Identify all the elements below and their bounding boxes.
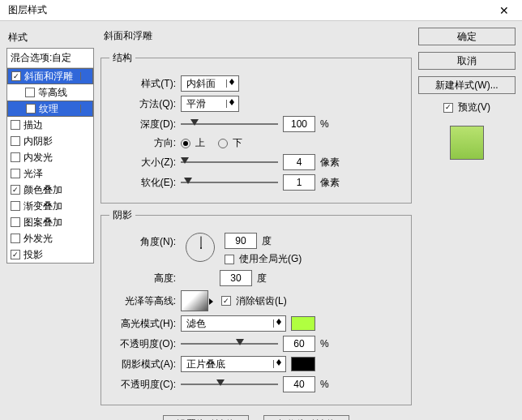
altitude-input[interactable]: 30: [220, 270, 252, 286]
highlight-mode-label: 高光模式(H):: [109, 317, 176, 331]
checkbox-icon[interactable]: [11, 234, 20, 243]
shadow-opacity-input[interactable]: 40: [283, 376, 315, 392]
style-item-stroke[interactable]: 描边: [7, 117, 93, 133]
checkbox-icon[interactable]: [11, 201, 20, 211]
checkbox-icon[interactable]: [11, 120, 20, 130]
style-item-contour[interactable]: 等高线: [7, 84, 93, 101]
size-label: 大小(Z):: [109, 156, 176, 169]
cancel-button[interactable]: 取消: [418, 52, 516, 70]
checkbox-icon[interactable]: [11, 71, 21, 81]
angle-input[interactable]: 90: [225, 233, 257, 249]
titlebar: 图层样式 ✕: [0, 0, 522, 21]
preview-label: 预览(V): [458, 101, 490, 114]
depth-slider[interactable]: [181, 118, 278, 131]
size-unit: 像素: [320, 156, 340, 169]
close-icon[interactable]: ✕: [486, 0, 522, 21]
gloss-contour-picker[interactable]: [181, 290, 208, 311]
styles-list: 混合选项:自定 斜面和浮雕 等高线 纹理 描边 内阴影 内发光 光泽 颜色叠加 …: [6, 48, 94, 264]
direction-label: 方向:: [109, 136, 176, 150]
panel-title: 斜面和浮雕: [101, 28, 412, 46]
antialias-label: 消除锯齿(L): [236, 294, 287, 308]
soften-label: 软化(E):: [109, 176, 176, 190]
altitude-unit: 度: [257, 272, 267, 285]
checkbox-icon[interactable]: [11, 169, 20, 178]
style-item-outer-glow[interactable]: 外发光: [7, 230, 93, 246]
highlight-color-swatch[interactable]: [291, 316, 315, 331]
gloss-label: 光泽等高线:: [109, 294, 176, 308]
style-item-inner-shadow[interactable]: 内阴影: [7, 133, 93, 149]
size-input[interactable]: 4: [283, 154, 315, 170]
soften-slider[interactable]: [181, 176, 278, 189]
shadow-color-swatch[interactable]: [291, 357, 315, 371]
angle-label: 角度(N):: [109, 233, 176, 249]
reset-default-button[interactable]: 复位为默认值: [263, 415, 349, 420]
style-item-gradient-overlay[interactable]: 渐变叠加: [7, 198, 93, 214]
style-item-drop-shadow[interactable]: 投影: [7, 246, 93, 263]
sidebar-header: 样式: [6, 28, 94, 48]
settings-panel: 斜面和浮雕 结构 样式(T): 内斜面 方法(Q): 平滑 深度(D): 100…: [101, 28, 412, 414]
shadow-group: 阴影 角度(N): 90 度 使用全局光(G) 高度: 30 度 光泽等高线:: [101, 208, 412, 405]
structure-group: 结构 样式(T): 内斜面 方法(Q): 平滑 深度(D): 100 % 方向:…: [101, 51, 412, 204]
global-light-label: 使用全局光(G): [239, 252, 302, 266]
method-label: 方法(Q):: [109, 97, 176, 111]
method-select[interactable]: 平滑: [181, 96, 239, 112]
shadow-mode-select[interactable]: 正片叠底: [181, 356, 286, 372]
size-slider[interactable]: [181, 156, 278, 169]
set-default-button[interactable]: 设置为默认值: [163, 415, 249, 420]
style-item-satin[interactable]: 光泽: [7, 165, 93, 182]
highlight-opacity-slider[interactable]: [181, 337, 278, 350]
checkbox-icon[interactable]: [11, 217, 20, 227]
checkbox-icon[interactable]: [11, 250, 20, 259]
soften-unit: 像素: [320, 176, 340, 190]
new-style-button[interactable]: 新建样式(W)...: [418, 76, 516, 94]
shadow-opacity-label: 不透明度(C):: [109, 378, 176, 392]
angle-unit: 度: [262, 234, 272, 248]
soften-input[interactable]: 1: [283, 174, 315, 191]
depth-unit: %: [320, 118, 329, 130]
checkbox-icon[interactable]: [26, 104, 36, 114]
direction-up-radio[interactable]: [181, 139, 190, 148]
highlight-opacity-label: 不透明度(O):: [109, 337, 176, 351]
shadow-mode-label: 阴影模式(A):: [109, 358, 176, 371]
style-item-bevel[interactable]: 斜面和浮雕: [7, 68, 93, 84]
checkbox-icon[interactable]: [11, 136, 20, 146]
global-light-checkbox[interactable]: [225, 255, 234, 264]
depth-input[interactable]: 100: [283, 116, 315, 132]
style-label: 样式(T):: [109, 77, 176, 91]
preview-checkbox[interactable]: [443, 103, 453, 113]
direction-down-radio[interactable]: [218, 139, 228, 148]
right-column: 确定 取消 新建样式(W)... 预览(V): [418, 28, 516, 414]
style-item-pattern-overlay[interactable]: 图案叠加: [7, 214, 93, 230]
blend-options[interactable]: 混合选项:自定: [7, 49, 93, 68]
ok-button[interactable]: 确定: [418, 28, 516, 45]
style-item-inner-glow[interactable]: 内发光: [7, 149, 93, 165]
highlight-opacity-input[interactable]: 60: [283, 336, 315, 352]
structure-legend: 结构: [109, 51, 135, 65]
checkbox-icon[interactable]: [25, 88, 35, 97]
antialias-checkbox[interactable]: [221, 296, 231, 306]
shadow-legend: 阴影: [109, 208, 135, 222]
style-item-color-overlay[interactable]: 颜色叠加: [7, 182, 93, 198]
depth-label: 深度(D):: [109, 118, 176, 131]
shadow-opacity-slider[interactable]: [181, 378, 278, 391]
window-title: 图层样式: [0, 3, 47, 17]
style-item-texture[interactable]: 纹理: [7, 101, 93, 117]
style-select[interactable]: 内斜面: [181, 75, 239, 92]
styles-sidebar: 样式 混合选项:自定 斜面和浮雕 等高线 纹理 描边 内阴影 内发光 光泽 颜色…: [6, 28, 94, 414]
angle-control[interactable]: [186, 233, 215, 262]
altitude-label: 高度:: [109, 272, 176, 285]
preview-swatch: [450, 126, 484, 160]
highlight-mode-select[interactable]: 滤色: [181, 315, 286, 332]
checkbox-icon[interactable]: [11, 185, 20, 195]
checkbox-icon[interactable]: [11, 152, 20, 162]
